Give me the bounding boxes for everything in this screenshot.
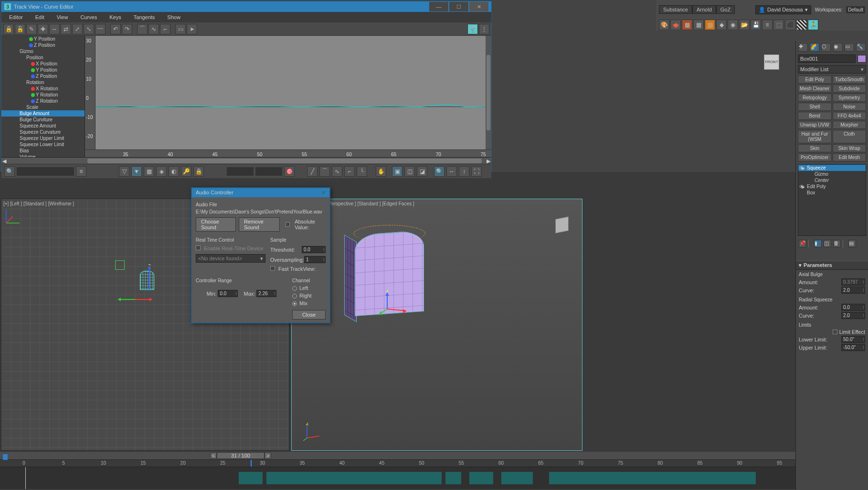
snap-frame-icon[interactable]: ▦: [144, 166, 154, 177]
menu-editor[interactable]: Editor: [3, 13, 29, 21]
checker-icon[interactable]: [796, 20, 807, 30]
viewport-right-label[interactable]: [+] [Perspective ] [Standard ] [Edged Fa…: [320, 201, 414, 206]
choose-sound-button[interactable]: Choose Sound: [196, 217, 236, 232]
running-man-icon[interactable]: 🏃: [808, 20, 818, 30]
workspaces-value[interactable]: Default: [846, 6, 865, 13]
modifier-quick-button[interactable]: Skin: [798, 144, 832, 152]
track-item[interactable]: X Position: [1, 61, 85, 67]
frame-indicator[interactable]: 31 / 100: [217, 452, 265, 459]
modifier-list-combo[interactable]: Modifier List: [798, 65, 866, 74]
tab-substance[interactable]: Substance: [659, 5, 692, 14]
modifier-quick-button[interactable]: Noise: [833, 103, 867, 111]
track-item[interactable]: Rotation: [1, 79, 85, 85]
tool-a-icon[interactable]: ⬚: [773, 20, 784, 30]
value-input[interactable]: [255, 167, 282, 176]
zoom-v-icon[interactable]: ↕: [459, 166, 469, 177]
move-key-icon[interactable]: ↔: [49, 24, 60, 34]
show-biped-icon[interactable]: 🦿: [467, 24, 478, 34]
menu-keys[interactable]: Keys: [104, 13, 127, 21]
filter-none-icon[interactable]: ▽: [119, 166, 129, 177]
range-start-flag[interactable]: [3, 454, 8, 460]
select-icon[interactable]: ▭: [175, 24, 186, 34]
axial-curve-spinner[interactable]: 2.0: [841, 287, 865, 294]
viewport-left-label[interactable]: [+] [Left ] [Standard ] [Wireframe ]: [3, 201, 74, 206]
menu-show[interactable]: Show: [161, 13, 186, 21]
graph-vscrollbar[interactable]: [486, 36, 491, 149]
menu-tangents[interactable]: Tangents: [128, 13, 161, 21]
modifier-stack-item[interactable]: Center: [798, 177, 866, 183]
draw-curve-icon[interactable]: ✎: [26, 24, 37, 34]
minimize-button[interactable]: —: [429, 2, 448, 11]
track-item[interactable]: Z Rotation: [1, 98, 85, 104]
track-item[interactable]: Squeeze Amount: [1, 123, 85, 129]
modifier-quick-button[interactable]: ProOptimizer: [798, 153, 832, 161]
track-item[interactable]: Scale: [1, 104, 85, 110]
current-time-marker[interactable]: [251, 460, 252, 467]
radial-curve-spinner[interactable]: 2.0: [841, 312, 865, 319]
move-gizmo-z-icon[interactable]: z: [145, 264, 154, 293]
next-frame-button[interactable]: >: [265, 452, 271, 459]
arnold-icon[interactable]: ◉: [728, 20, 738, 30]
track-item[interactable]: Position: [1, 54, 85, 61]
selection-handle[interactable]: [115, 260, 125, 270]
modifier-stack-item[interactable]: 👁▸Squeeze: [798, 165, 866, 171]
threshold-spinner[interactable]: 0.0: [302, 246, 326, 253]
modifier-stack-item[interactable]: Box: [798, 190, 866, 196]
undo-icon[interactable]: ↶: [110, 24, 121, 34]
filter-sel-icon[interactable]: ▼: [131, 166, 142, 177]
show-end-result-icon[interactable]: ▮: [814, 240, 822, 247]
render-icon[interactable]: ▦: [693, 20, 704, 30]
tab-goz[interactable]: GoZ: [716, 5, 735, 14]
track-item[interactable]: Bulge Curviture: [1, 117, 85, 123]
zoom-h-icon[interactable]: ↔: [446, 166, 457, 177]
track-hierarchy-tree[interactable]: Y PositionZ PositionGizmoPositionX Posit…: [1, 36, 85, 157]
move-gizmo-3d-icon[interactable]: z: [378, 290, 416, 319]
modifier-quick-button[interactable]: Shell: [798, 103, 832, 111]
remove-sound-button[interactable]: Remove Sound: [239, 217, 280, 232]
dialog-titlebar[interactable]: Audio Controller ✕: [192, 188, 329, 197]
teapot-icon[interactable]: 🫖: [670, 20, 681, 30]
filter-icon[interactable]: 🔒: [3, 24, 14, 34]
tangent-e-icon[interactable]: └: [357, 166, 367, 177]
track-item[interactable]: Y Position: [1, 36, 85, 42]
viewport-perspective[interactable]: [+] [Perspective ] [Standard ] [Edged Fa…: [291, 199, 582, 451]
render-setup-icon[interactable]: 🎨: [659, 20, 669, 30]
radial-amount-spinner[interactable]: 0.0: [841, 304, 865, 311]
modify-tab-icon[interactable]: 🌈: [810, 43, 819, 52]
pin-stack-icon[interactable]: 📌: [799, 240, 806, 247]
motion-tab-icon[interactable]: ◉: [833, 43, 843, 52]
substance-icon[interactable]: ◆: [716, 20, 727, 30]
track-item[interactable]: Squeeze Lower Limit: [1, 141, 85, 148]
modifier-quick-button[interactable]: FFD 4x4x4: [833, 112, 867, 120]
scale-value-icon[interactable]: ⤡: [84, 24, 94, 34]
track-item[interactable]: Y Position: [1, 67, 85, 73]
track-item[interactable]: Gizmo: [1, 48, 85, 54]
track-item[interactable]: Squeeze Curvature: [1, 129, 85, 135]
display-tab-icon[interactable]: ▭: [845, 43, 854, 52]
clock-icon[interactable]: ◐: [169, 166, 179, 177]
waveform-track[interactable]: [0, 467, 795, 489]
upper-limit-spinner[interactable]: -50.0": [841, 344, 865, 351]
min-spinner[interactable]: 0.0: [218, 290, 238, 297]
tangent-auto-icon[interactable]: ⌒: [137, 24, 148, 34]
modifier-quick-button[interactable]: Bend: [798, 112, 832, 120]
create-tab-icon[interactable]: ✚: [798, 43, 808, 52]
slide-key-icon[interactable]: ⇄: [61, 24, 71, 34]
prev-frame-button[interactable]: <: [210, 452, 217, 459]
graph-hscrollbar[interactable]: ◀ ▶: [1, 157, 491, 164]
modifier-quick-button[interactable]: TurboSmooth: [833, 75, 867, 84]
search-field[interactable]: [17, 167, 74, 176]
curve-graph[interactable]: 3020100-10-20 354045505560657075: [85, 36, 491, 157]
track-item[interactable]: Y Rotation: [1, 92, 85, 98]
track-item[interactable]: Volume: [1, 154, 85, 157]
time-ruler[interactable]: 05101520253035404550556065707580859095: [0, 459, 795, 467]
absolute-value-checkbox[interactable]: [286, 222, 290, 227]
modifier-quick-button[interactable]: Cloth: [833, 130, 867, 143]
menu-edit[interactable]: Edit: [30, 13, 50, 21]
scale-key-icon[interactable]: ⤢: [72, 24, 83, 34]
tangent-a-icon[interactable]: ╱: [307, 166, 318, 177]
fast-trackview-checkbox[interactable]: [270, 266, 275, 271]
dialog-close-icon[interactable]: ✕: [321, 190, 326, 196]
toolbar-end-icon[interactable]: ⋮: [479, 24, 489, 34]
remove-modifier-icon[interactable]: 🗑: [833, 240, 841, 247]
